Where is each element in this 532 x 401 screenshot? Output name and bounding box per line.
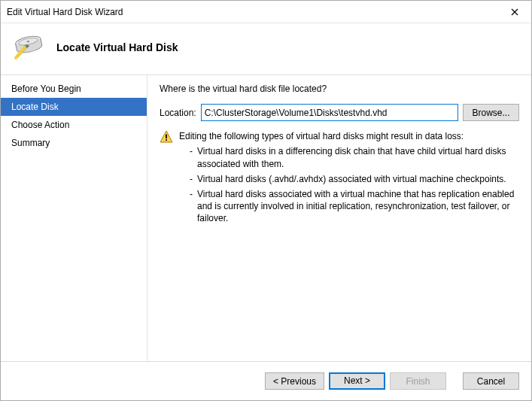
titlebar: Edit Virtual Hard Disk Wizard — [1, 1, 531, 23]
wizard-body: Before You Begin Locate Disk Choose Acti… — [1, 75, 531, 361]
wizard-footer: < Previous Next > Finish Cancel — [1, 361, 531, 400]
warning-text: Editing the following types of virtual h… — [179, 130, 519, 227]
question-text: Where is the virtual hard disk file loca… — [160, 83, 519, 95]
content-pane: Where is the virtual hard disk file loca… — [147, 75, 531, 361]
warning-item: Virtual hard disks (.avhd/.avhdx) associ… — [190, 173, 519, 185]
warning-intro: Editing the following types of virtual h… — [179, 130, 519, 142]
warning-block: Editing the following types of virtual h… — [160, 130, 519, 227]
spacer — [451, 372, 458, 390]
wizard-window: Edit Virtual Hard Disk Wizard Locate Vir… — [0, 0, 532, 401]
location-input[interactable] — [201, 104, 458, 121]
step-locate-disk[interactable]: Locate Disk — [1, 98, 147, 116]
sidebar: Before You Begin Locate Disk Choose Acti… — [1, 75, 147, 361]
location-label: Location: — [160, 107, 196, 119]
svg-rect-3 — [166, 135, 167, 139]
cancel-button[interactable]: Cancel — [463, 372, 519, 390]
page-title: Locate Virtual Hard Disk — [56, 41, 178, 53]
location-row: Location: Browse... — [160, 104, 519, 121]
close-button[interactable] — [497, 1, 531, 23]
next-button[interactable]: Next > — [329, 372, 385, 390]
finish-button: Finish — [390, 372, 446, 390]
step-choose-action[interactable]: Choose Action — [1, 116, 147, 134]
browse-button[interactable]: Browse... — [463, 104, 519, 121]
warning-icon — [160, 130, 173, 227]
step-summary[interactable]: Summary — [1, 134, 147, 152]
step-before-you-begin[interactable]: Before You Begin — [1, 80, 147, 98]
warning-item: Virtual hard disks associated with a vir… — [190, 188, 519, 225]
warning-list: Virtual hard disks in a differencing dis… — [179, 145, 519, 224]
svg-rect-4 — [166, 139, 167, 141]
window-title: Edit Virtual Hard Disk Wizard — [7, 7, 497, 17]
close-icon — [511, 8, 518, 16]
warning-item: Virtual hard disks in a differencing dis… — [190, 145, 519, 169]
wizard-header: Locate Virtual Hard Disk — [1, 23, 531, 75]
hard-disk-icon — [13, 31, 46, 64]
previous-button[interactable]: < Previous — [265, 372, 324, 390]
